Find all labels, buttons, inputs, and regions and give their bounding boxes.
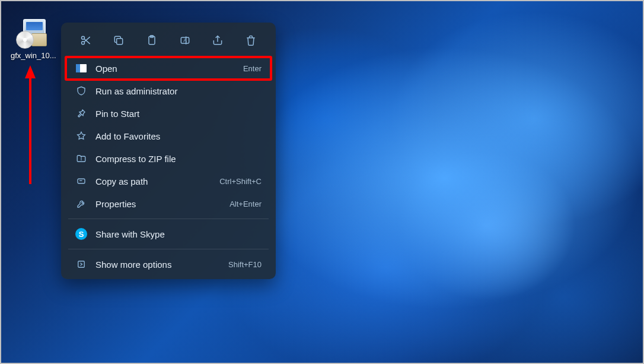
rename-icon: A <box>179 34 191 46</box>
svg-rect-15 <box>78 179 85 183</box>
menu-item-add-to-favorites[interactable]: Add to Favorites <box>67 125 270 147</box>
menu-item-properties[interactable]: Properties Alt+Enter <box>67 192 270 215</box>
menu-item-compress-zip[interactable]: Compress to ZIP file <box>67 147 270 170</box>
menu-separator <box>68 219 269 219</box>
rename-button[interactable]: A <box>174 30 196 51</box>
path-icon <box>75 175 87 187</box>
quick-actions-row: A <box>65 27 272 57</box>
menu-label: Show more options <box>95 259 228 270</box>
scissors-icon <box>80 34 92 46</box>
shield-icon <box>75 85 87 97</box>
paste-button[interactable] <box>141 30 162 51</box>
copy-button[interactable] <box>108 30 129 51</box>
menu-separator <box>68 249 269 249</box>
installer-icon <box>16 18 47 49</box>
menu-label: Add to Favorites <box>95 131 262 141</box>
svg-point-3 <box>81 42 84 45</box>
svg-rect-6 <box>117 39 123 45</box>
menu-item-share-skype[interactable]: S Share with Skype <box>67 223 270 245</box>
star-icon <box>75 130 87 142</box>
delete-button[interactable] <box>240 30 262 51</box>
menu-label: Pin to Start <box>95 109 262 119</box>
paste-icon <box>146 34 158 46</box>
menu-label: Properties <box>95 199 229 209</box>
desktop-file-icon[interactable]: gfx_win_10... <box>11 18 52 61</box>
wrench-icon <box>75 198 87 210</box>
svg-rect-17 <box>78 261 85 268</box>
menu-item-copy-as-path[interactable]: Copy as path Ctrl+Shift+C <box>67 170 270 192</box>
menu-label: Run as administrator <box>95 86 262 96</box>
pin-icon <box>75 107 87 119</box>
menu-shortcut: Shift+F10 <box>228 260 262 269</box>
menu-shortcut: Ctrl+Shift+C <box>219 177 262 186</box>
menu-shortcut: Enter <box>243 64 262 73</box>
context-menu: A Open Enter Run as administrat <box>61 23 276 279</box>
share-icon <box>212 34 224 46</box>
menu-item-pin-to-start[interactable]: Pin to Start <box>67 102 270 125</box>
share-button[interactable] <box>207 30 228 51</box>
menu-label: Share with Skype <box>95 229 262 239</box>
menu-label: Compress to ZIP file <box>95 154 262 164</box>
open-icon <box>75 62 87 74</box>
trash-icon <box>245 34 257 46</box>
desktop-file-label: gfx_win_10... <box>11 51 52 61</box>
menu-label: Copy as path <box>95 176 219 186</box>
menu-shortcut: Alt+Enter <box>229 200 262 208</box>
menu-item-show-more[interactable]: Show more options Shift+F10 <box>67 253 270 276</box>
more-options-icon <box>75 258 87 270</box>
menu-item-run-as-admin[interactable]: Run as administrator <box>67 80 270 102</box>
menu-item-open[interactable]: Open Enter <box>65 56 272 81</box>
skype-icon: S <box>75 228 87 240</box>
zip-icon <box>75 153 87 164</box>
copy-icon <box>113 34 125 46</box>
menu-label: Open <box>95 64 243 74</box>
cut-button[interactable] <box>75 30 97 51</box>
svg-point-2 <box>81 36 84 39</box>
